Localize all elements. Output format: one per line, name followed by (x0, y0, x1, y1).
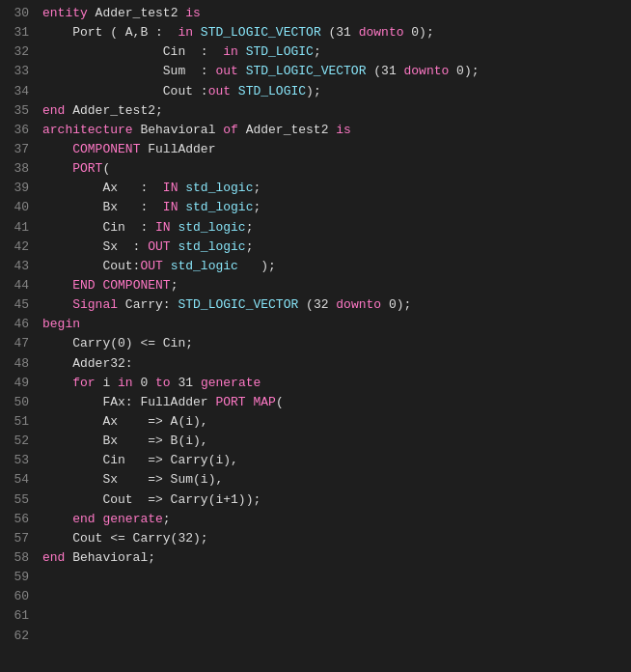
code-line: Adder32: (42, 354, 631, 374)
plain-token (231, 84, 238, 98)
plain-token: Adder_test2 (88, 6, 185, 20)
code-line: Port ( A,B : in STD_LOGIC_VECTOR (31 dow… (42, 23, 631, 42)
keyword-token: Signal (72, 297, 118, 312)
plain-token: 0 (133, 376, 155, 390)
code-line: Cin => Carry(i), (42, 451, 631, 470)
plain-token: Cin : (42, 220, 155, 235)
keyword-token: IN (155, 220, 171, 235)
keyword-token: end (42, 550, 65, 565)
line-number: 62 (6, 627, 29, 646)
plain-token (42, 142, 72, 156)
plain-token: (31 (366, 64, 403, 78)
line-number: 43 (6, 257, 29, 276)
plain-token: Bx => B(i), (42, 434, 208, 448)
plain-token: ( (276, 395, 284, 409)
keyword-token: generate (201, 376, 261, 390)
keyword-token: out (215, 64, 237, 78)
code-line: PORT( (42, 159, 631, 179)
line-number: 58 (6, 548, 29, 568)
code-line: Cin : IN std_logic; (42, 218, 631, 238)
code-line: entity Adder_test2 is (42, 4, 631, 23)
code-line: begin (42, 315, 631, 334)
type-token: STD_LOGIC (238, 84, 306, 98)
line-number: 50 (6, 393, 29, 412)
keyword-token: COMPONENT (102, 278, 170, 293)
keyword-token: is (336, 123, 351, 137)
plain-token: ); (306, 84, 321, 98)
line-number-gutter: 3031323334353637383940414243444546474849… (0, 4, 37, 668)
plain-token: ; (171, 278, 178, 293)
code-line: Bx : IN std_logic; (42, 198, 631, 217)
plain-token: (32 (298, 297, 336, 312)
line-number: 44 (6, 276, 29, 295)
keyword-token: PORT (215, 395, 245, 409)
line-number: 61 (6, 606, 29, 626)
code-line: end generate; (42, 510, 631, 529)
line-number: 51 (6, 412, 29, 432)
plain-token: Cout <= Carry(32); (42, 531, 208, 546)
keyword-token: downto (359, 25, 404, 40)
plain-token: Sx : (42, 239, 148, 254)
plain-token (238, 44, 246, 59)
keyword-token: IN (163, 181, 178, 195)
plain-token: Bx : (42, 200, 163, 214)
type-token: std_logic (178, 239, 245, 254)
plain-token: 31 (171, 376, 201, 390)
line-number: 33 (6, 62, 29, 81)
line-number: 55 (6, 490, 29, 510)
keyword-token: in (118, 376, 133, 390)
line-number: 48 (6, 354, 29, 374)
code-editor: 3031323334353637383940414243444546474849… (0, 0, 631, 672)
plain-token: ; (314, 44, 321, 59)
plain-token: Sx => Sum(i), (42, 472, 223, 487)
code-content: entity Adder_test2 is Port ( A,B : in ST… (37, 4, 631, 668)
line-number: 41 (6, 218, 29, 238)
keyword-token: to (155, 376, 171, 390)
line-number: 31 (6, 23, 29, 42)
code-line: Signal Carry: STD_LOGIC_VECTOR (32 downt… (42, 295, 631, 315)
keyword-token: downto (404, 64, 450, 78)
code-line: Sx => Sum(i), (42, 470, 631, 490)
keyword-token: architecture (42, 123, 133, 137)
keyword-token: in (223, 44, 238, 59)
line-number: 60 (6, 587, 29, 606)
keyword-token: IN (163, 200, 178, 214)
line-number: 35 (6, 101, 29, 121)
plain-token: Port ( A,B : (42, 25, 178, 40)
plain-token: 0); (404, 25, 434, 40)
code-line: end Behavioral; (42, 548, 631, 568)
type-token: STD_LOGIC_VECTOR (178, 297, 298, 312)
code-line: architecture Behavioral of Adder_test2 i… (42, 121, 631, 140)
plain-token: ; (163, 512, 171, 526)
line-number: 40 (6, 198, 29, 217)
line-number: 30 (6, 4, 29, 23)
line-number: 34 (6, 82, 29, 101)
code-line: for i in 0 to 31 generate (42, 374, 631, 393)
plain-token: Cout => Carry(i+1)); (42, 492, 261, 507)
line-number: 47 (6, 334, 29, 353)
keyword-token: end (42, 103, 65, 118)
keyword-token: begin (42, 317, 80, 331)
line-number: 36 (6, 121, 29, 140)
code-line: COMPONENT FullAdder (42, 140, 631, 159)
plain-token (238, 64, 246, 78)
code-line: Sum : out STD_LOGIC_VECTOR (31 downto 0)… (42, 62, 631, 81)
plain-token: Adder_test2 (238, 123, 336, 137)
code-line: Cout:OUT std_logic ); (42, 257, 631, 276)
code-line: Cout => Carry(i+1)); (42, 490, 631, 510)
plain-token: Cout : (42, 84, 208, 98)
line-number: 52 (6, 432, 29, 451)
code-line: Bx => B(i), (42, 432, 631, 451)
code-line: END COMPONENT; (42, 276, 631, 295)
type-token: STD_LOGIC (246, 44, 314, 59)
plain-token (193, 25, 201, 40)
plain-token: ; (246, 239, 254, 254)
keyword-token: entity (42, 6, 88, 20)
plain-token: FAx: FullAdder (42, 395, 215, 409)
type-token: STD_LOGIC_VECTOR (201, 25, 321, 40)
keyword-token: generate (102, 512, 162, 526)
plain-token: ; (253, 181, 261, 195)
line-number: 45 (6, 295, 29, 315)
keyword-token: END (72, 278, 95, 293)
keyword-token: of (223, 123, 238, 137)
